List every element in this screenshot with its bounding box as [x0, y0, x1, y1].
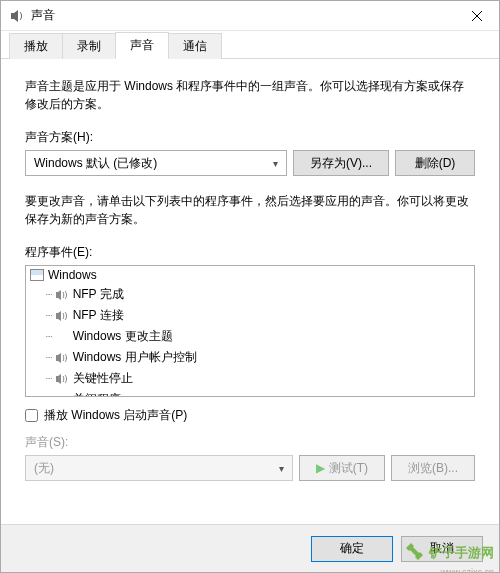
titlebar: 声音 — [1, 1, 499, 31]
browse-button: 浏览(B)... — [391, 455, 475, 481]
startup-sound-label: 播放 Windows 启动声音(P) — [44, 407, 187, 424]
tree-item[interactable]: ┈ 关闭程序 — [26, 389, 474, 397]
ok-button[interactable]: 确定 — [311, 536, 393, 562]
startup-sound-checkbox[interactable] — [25, 409, 38, 422]
watermark: 铲子手游网 — [405, 541, 494, 565]
close-icon — [472, 11, 482, 21]
tab-bar: 播放 录制 声音 通信 — [1, 31, 499, 59]
sound-icon — [55, 352, 69, 364]
tab-recording[interactable]: 录制 — [62, 33, 116, 59]
sound-selected: (无) — [34, 460, 54, 477]
tab-communications[interactable]: 通信 — [168, 33, 222, 59]
speaker-icon — [9, 8, 25, 24]
tab-content: 声音主题是应用于 Windows 和程序事件中的一组声音。你可以选择现有方案或保… — [1, 59, 499, 524]
test-label: 测试(T) — [329, 460, 368, 477]
tree-item-label: NFP 连接 — [73, 307, 124, 324]
description-text: 声音主题是应用于 Windows 和程序事件中的一组声音。你可以选择现有方案或保… — [25, 77, 475, 113]
tree-item[interactable]: ┈ Windows 更改主题 — [26, 326, 474, 347]
chevron-down-icon: ▾ — [273, 158, 278, 169]
events-description: 要更改声音，请单击以下列表中的程序事件，然后选择要应用的声音。你可以将更改保存为… — [25, 192, 475, 228]
sound-dialog: 声音 播放 录制 声音 通信 声音主题是应用于 Windows 和程序事件中的一… — [0, 0, 500, 573]
tree-item[interactable]: ┈ NFP 连接 — [26, 305, 474, 326]
shovel-icon — [405, 541, 429, 565]
tree-item-label: Windows 用户帐户控制 — [73, 349, 197, 366]
scheme-label: 声音方案(H): — [25, 129, 475, 146]
test-button: ▶ 测试(T) — [299, 455, 385, 481]
delete-button[interactable]: 删除(D) — [395, 150, 475, 176]
tree-item-label: NFP 完成 — [73, 286, 124, 303]
scheme-selected: Windows 默认 (已修改) — [34, 155, 157, 172]
scheme-dropdown[interactable]: Windows 默认 (已修改) ▾ — [25, 150, 287, 176]
tree-root-label: Windows — [48, 268, 97, 282]
window-title: 声音 — [31, 7, 454, 24]
play-icon: ▶ — [316, 461, 325, 475]
tree-item[interactable]: ┈ 关键性停止 — [26, 368, 474, 389]
close-button[interactable] — [454, 1, 499, 31]
tab-playback[interactable]: 播放 — [9, 33, 63, 59]
watermark-url: www.czjxc.cn — [440, 567, 494, 573]
tree-item-label: 关闭程序 — [73, 391, 121, 397]
tree-item[interactable]: ┈ Windows 用户帐户控制 — [26, 347, 474, 368]
sound-icon — [55, 373, 69, 385]
tree-item[interactable]: ┈ NFP 完成 — [26, 284, 474, 305]
tree-item-label: 关键性停止 — [73, 370, 133, 387]
save-as-button[interactable]: 另存为(V)... — [293, 150, 389, 176]
windows-icon — [30, 269, 44, 281]
chevron-down-icon: ▾ — [279, 463, 284, 474]
tree-root[interactable]: Windows — [26, 266, 474, 284]
sound-dropdown: (无) ▾ — [25, 455, 293, 481]
sound-icon — [55, 310, 69, 322]
watermark-text: 铲子手游网 — [429, 544, 494, 562]
events-label: 程序事件(E): — [25, 244, 475, 261]
startup-sound-checkbox-row: 播放 Windows 启动声音(P) — [25, 407, 475, 424]
sound-select-label: 声音(S): — [25, 434, 475, 451]
tree-item-label: Windows 更改主题 — [73, 328, 173, 345]
sound-icon — [55, 289, 69, 301]
tab-sounds[interactable]: 声音 — [115, 32, 169, 59]
events-listbox[interactable]: Windows ┈ NFP 完成 ┈ NFP 连接 ┈ Windows 更改主题… — [25, 265, 475, 397]
